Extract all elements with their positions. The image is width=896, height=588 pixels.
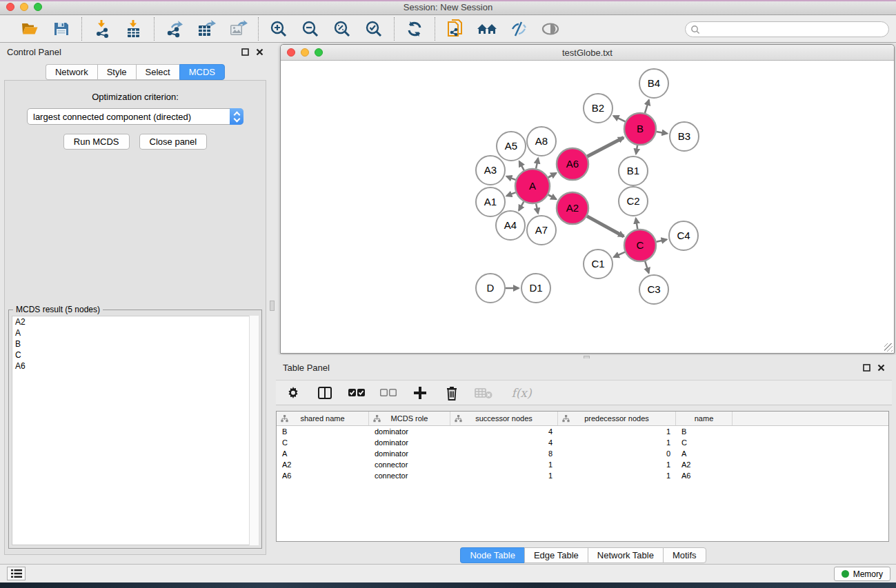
network-minimize-button[interactable] — [301, 48, 309, 57]
cell-shared-name[interactable]: A — [277, 449, 369, 458]
cell-name[interactable]: A — [676, 449, 733, 458]
tab-network-table[interactable]: Network Table — [588, 547, 663, 563]
graph-node-C2[interactable]: C2 — [619, 187, 648, 216]
search-input[interactable] — [700, 23, 888, 36]
result-item[interactable]: A2 — [12, 316, 258, 327]
zoom-out-icon[interactable] — [300, 19, 321, 39]
deselect-all-columns-icon[interactable] — [379, 384, 397, 402]
graph-node-A4[interactable]: A4 — [496, 211, 525, 240]
graph-node-A6[interactable]: A6 — [557, 148, 588, 180]
memory-button[interactable]: Memory — [834, 567, 890, 581]
cell-MCDS-role[interactable]: dominator — [369, 427, 450, 436]
graph-edge-C-C4[interactable] — [656, 239, 666, 241]
table-row-A6[interactable]: A6connector11A6 — [277, 470, 888, 481]
graph-node-B4[interactable]: B4 — [639, 69, 668, 98]
table-settings-gear-icon[interactable] — [284, 384, 302, 402]
show-eye-icon[interactable] — [540, 19, 561, 39]
delete-table-icon[interactable] — [475, 384, 492, 402]
delete-columns-trash-icon[interactable] — [443, 384, 461, 402]
graph-edge-B-B4[interactable] — [645, 100, 649, 113]
cell-name[interactable]: A6 — [676, 472, 733, 480]
cell-predecessor-nodes[interactable]: 1 — [558, 472, 676, 480]
graph-node-A2[interactable]: A2 — [557, 192, 588, 224]
close-panel-icon[interactable] — [877, 364, 885, 372]
network-view-window[interactable]: testGlobe.txt B4B2BB3A5A8A6A3B1AA1C2A2A4… — [280, 44, 895, 354]
graph-node-C4[interactable]: C4 — [669, 221, 698, 250]
tab-edge-table[interactable]: Edge Table — [524, 547, 588, 563]
network-canvas[interactable]: B4B2BB3A5A8A6A3B1AA1C2A2A4A7C4CC1DD1C3 — [281, 61, 894, 353]
graph-node-C1[interactable]: C1 — [584, 250, 613, 278]
graph-node-C[interactable]: C — [624, 230, 656, 261]
graph-node-B1[interactable]: B1 — [619, 156, 648, 185]
graph-edge-A-A3[interactable] — [506, 176, 515, 180]
result-item[interactable]: B — [12, 338, 258, 349]
save-session-icon[interactable] — [51, 19, 72, 39]
close-panel-button[interactable]: Close panel — [139, 134, 208, 150]
tab-motifs[interactable]: Motifs — [663, 547, 706, 563]
graph-node-D1[interactable]: D1 — [521, 274, 550, 303]
graph-edge-B-B3[interactable] — [657, 132, 668, 134]
cell-shared-name[interactable]: A6 — [277, 472, 369, 480]
graph-edge-C-C3[interactable] — [645, 261, 648, 273]
hide-panels-icon[interactable] — [508, 19, 529, 39]
table-row-B[interactable]: Bdominator41B — [277, 426, 888, 437]
cell-MCDS-role[interactable]: connector — [369, 460, 450, 469]
column-header-name[interactable]: name — [676, 412, 733, 425]
graph-node-A3[interactable]: A3 — [476, 156, 505, 185]
tab-style[interactable]: Style — [97, 64, 136, 80]
graph-edge-B-B1[interactable] — [636, 145, 637, 154]
cell-predecessor-nodes[interactable]: 1 — [558, 438, 676, 447]
open-file-icon[interactable] — [19, 19, 40, 39]
column-header-predecessor-nodes[interactable]: predecessor nodes — [558, 412, 676, 425]
graph-node-A5[interactable]: A5 — [497, 132, 526, 161]
cell-predecessor-nodes[interactable]: 1 — [558, 460, 676, 469]
cell-successor-nodes[interactable]: 4 — [450, 427, 558, 436]
close-window-button[interactable] — [6, 3, 14, 11]
graph-node-B2[interactable]: B2 — [584, 94, 613, 123]
graph-node-A1[interactable]: A1 — [476, 187, 505, 216]
zoom-in-icon[interactable] — [268, 19, 289, 39]
graph-edge-A-A6[interactable] — [548, 173, 557, 177]
mcds-result-list[interactable]: A2ABCA6 — [12, 316, 259, 545]
network-close-button[interactable] — [287, 48, 295, 57]
cell-predecessor-nodes[interactable]: 1 — [558, 427, 676, 436]
zoom-fit-icon[interactable] — [332, 19, 352, 39]
network-zoom-button[interactable] — [315, 48, 323, 57]
window-resize-grip[interactable] — [884, 343, 893, 352]
select-all-columns-icon[interactable] — [348, 384, 366, 402]
import-table-icon[interactable] — [123, 19, 144, 39]
optimization-criterion-dropdown[interactable]: largest connected component (directed) — [27, 108, 243, 125]
graph-edge-A-A5[interactable] — [519, 161, 524, 170]
graph-edge-B-B2[interactable] — [613, 116, 625, 121]
cell-predecessor-nodes[interactable]: 0 — [558, 449, 676, 458]
cell-shared-name[interactable]: A2 — [277, 460, 369, 469]
tab-select[interactable]: Select — [136, 64, 179, 80]
cell-name[interactable]: B — [676, 427, 733, 436]
cell-successor-nodes[interactable]: 1 — [450, 460, 558, 469]
show-column-panel-icon[interactable] — [316, 384, 334, 402]
graph-edge-A-A7[interactable] — [536, 203, 538, 213]
cell-successor-nodes[interactable]: 1 — [450, 472, 558, 480]
zoom-window-button[interactable] — [34, 3, 42, 11]
cell-name[interactable]: C — [676, 438, 733, 447]
graph-node-B[interactable]: B — [624, 113, 656, 145]
graph-edge-A-A4[interactable] — [519, 202, 524, 211]
float-panel-icon[interactable] — [863, 364, 870, 372]
graph-node-B3[interactable]: B3 — [670, 122, 699, 151]
graph-edge-A-A1[interactable] — [506, 192, 515, 196]
cell-successor-nodes[interactable]: 8 — [450, 449, 558, 458]
graph-node-C3[interactable]: C3 — [639, 275, 668, 304]
export-image-icon[interactable] — [228, 19, 248, 39]
result-item[interactable]: A — [12, 327, 258, 338]
float-panel-icon[interactable] — [241, 48, 249, 56]
tab-mcds[interactable]: MCDS — [179, 64, 225, 80]
run-mcds-button[interactable]: Run MCDS — [63, 134, 130, 150]
result-item[interactable]: C — [12, 349, 258, 361]
graph-edge-C-C2[interactable] — [636, 219, 637, 230]
vertical-divider-handle[interactable] — [270, 301, 275, 311]
column-header-successor-nodes[interactable]: successor nodes — [450, 412, 558, 425]
graph-edge-A2-C[interactable] — [587, 216, 624, 236]
result-item[interactable]: A6 — [12, 361, 258, 372]
table-row-A[interactable]: Adominator80A — [277, 448, 888, 459]
graph-edge-C-C1[interactable] — [614, 252, 625, 257]
